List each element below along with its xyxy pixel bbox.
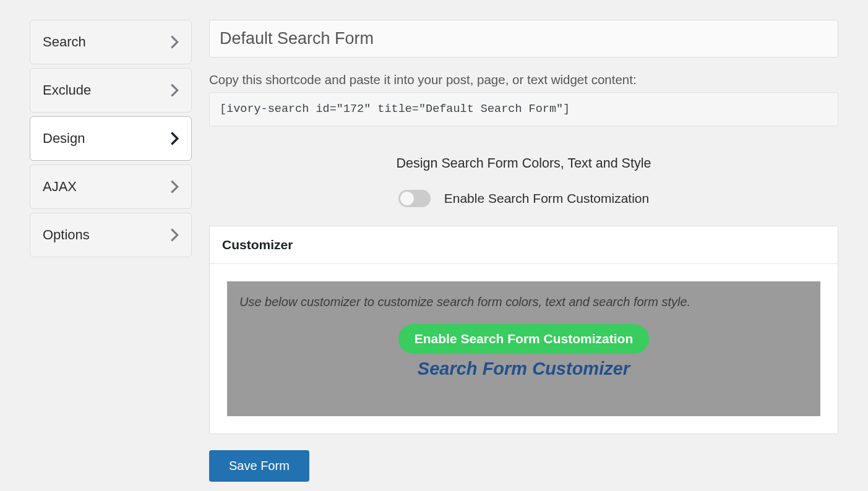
tab-label: AJAX [43, 179, 77, 195]
customizer-disabled-overlay: Use below customizer to customize search… [227, 281, 820, 416]
chevron-right-icon [170, 35, 179, 49]
customizer-panel-title: Customizer [210, 226, 838, 264]
tab-label: Exclude [43, 82, 91, 98]
main-content: Copy this shortcode and paste it into yo… [209, 20, 838, 482]
tab-label: Options [43, 227, 90, 243]
shortcode-instruction: Copy this shortcode and paste it into yo… [209, 72, 838, 87]
customization-toggle-row: Enable Search Form Customization [209, 190, 838, 207]
customizer-panel: Customizer Use below customizer to custo… [209, 226, 838, 434]
design-heading: Design Search Form Colors, Text and Styl… [209, 156, 838, 171]
tab-exclude[interactable]: Exclude [30, 68, 192, 113]
tab-label: Design [43, 130, 85, 147]
sidebar: Search Exclude Design AJAX Options [30, 20, 192, 482]
customization-toggle-label: Enable Search Form Customization [444, 191, 649, 206]
enable-customization-button[interactable]: Enable Search Form Customization [398, 324, 650, 354]
save-form-button[interactable]: Save Form [209, 450, 309, 482]
tab-label: Search [43, 34, 86, 50]
form-title-input[interactable] [209, 20, 838, 58]
search-form-customizer-link[interactable]: Search Form Customizer [239, 359, 808, 379]
tab-design[interactable]: Design [30, 116, 192, 161]
customization-toggle[interactable] [398, 190, 431, 207]
chevron-right-icon [170, 83, 179, 97]
tab-options[interactable]: Options [30, 213, 192, 257]
chevron-right-icon [170, 228, 179, 242]
customizer-hint: Use below customizer to customize search… [239, 295, 808, 309]
tab-ajax[interactable]: AJAX [30, 164, 192, 209]
tab-search[interactable]: Search [30, 20, 192, 64]
chevron-right-icon [170, 180, 179, 194]
chevron-right-icon [170, 132, 179, 145]
shortcode-box[interactable]: [ivory-search id="172" title="Default Se… [209, 92, 838, 126]
